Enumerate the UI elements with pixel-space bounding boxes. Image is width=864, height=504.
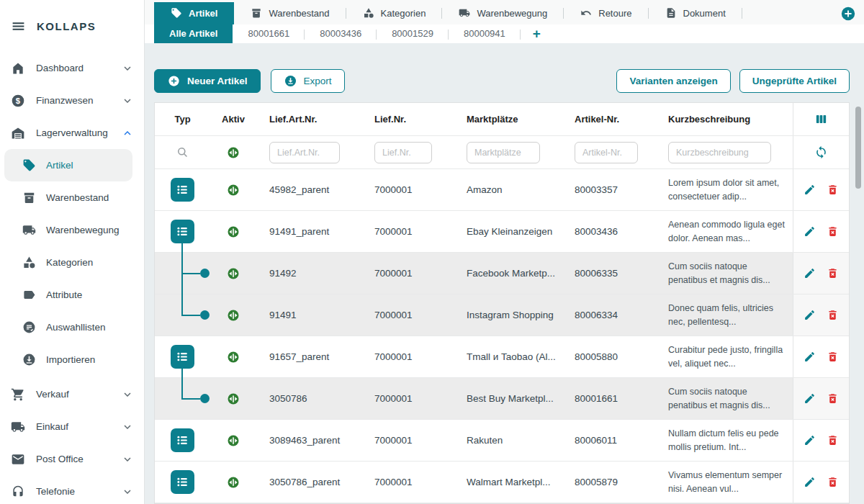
- artikel-nr-cell: 80003436: [562, 211, 660, 252]
- col-header-lief-nr[interactable]: Lief.Nr.: [361, 103, 454, 135]
- filter-artikel-nr-input[interactable]: [575, 142, 638, 163]
- sidebar-item-telefonie[interactable]: Telefonie: [0, 475, 144, 504]
- sidebar-item-attribute[interactable]: Attribute: [0, 279, 144, 311]
- delete-icon[interactable]: [827, 225, 839, 238]
- dollar-circle-icon: [11, 94, 25, 108]
- col-header-kurzbeschreibung[interactable]: Kurzbeschreibung: [660, 103, 793, 135]
- tab-retoure[interactable]: Retoure: [564, 2, 648, 24]
- filter-lief-art-nr-input[interactable]: [269, 142, 340, 163]
- sidebar-item-lagerverwaltung[interactable]: Lagerverwaltung: [0, 117, 144, 149]
- vertical-scrollbar[interactable]: [855, 107, 861, 189]
- shopping-cart-icon: [11, 387, 25, 402]
- edit-icon[interactable]: [804, 309, 816, 321]
- plus-circle-icon: [167, 74, 181, 88]
- sidebar-item-verkauf[interactable]: Verkauf: [0, 378, 144, 410]
- table-row[interactable]: 91657_parent 7000001 Tmall и Taobao (Al.…: [155, 336, 849, 378]
- unchecked-articles-button[interactable]: Ungeprüfte Artikel: [739, 69, 850, 93]
- edit-icon[interactable]: [804, 351, 816, 363]
- edit-icon[interactable]: [804, 184, 816, 196]
- sidebar-item-warenbewegung[interactable]: Warenbewegung: [0, 214, 144, 246]
- download-circle-icon: [284, 74, 297, 88]
- active-status-icon: [227, 184, 240, 197]
- lief-art-nr-cell: 3089463_parent: [256, 420, 361, 461]
- filter-kurzbeschreibung-input[interactable]: [668, 142, 771, 163]
- tab-article-80003436[interactable]: 80003436: [305, 24, 377, 43]
- tab-alle-artikel[interactable]: Alle Artikel: [154, 24, 233, 43]
- sidebar-item-auswahllisten[interactable]: Auswahllisten: [0, 311, 144, 343]
- sidebar-item-kategorien[interactable]: Kategorien: [0, 246, 144, 279]
- article-type-icon[interactable]: [171, 470, 194, 494]
- col-header-artikel-nr[interactable]: Artikel-Nr.: [562, 103, 660, 135]
- export-button[interactable]: Export: [271, 69, 345, 93]
- sidebar-item-artikel[interactable]: Artikel: [4, 149, 132, 181]
- table-row[interactable]: 3089463_parent 7000001 Rakuten 80006011 …: [155, 420, 849, 462]
- col-header-marktplaetze[interactable]: Marktplätze: [454, 103, 562, 135]
- tab-warenbestand[interactable]: Warenbestand: [234, 2, 346, 24]
- tab-warenbewegung[interactable]: Warenbewegung: [442, 2, 564, 24]
- delete-icon[interactable]: [827, 392, 839, 405]
- refresh-icon[interactable]: [814, 145, 828, 159]
- active-status-icon: [227, 434, 240, 447]
- filter-marktplaetze-input[interactable]: [467, 142, 540, 163]
- sidebar-item-finanzwesen[interactable]: Finanzwesen: [0, 84, 144, 117]
- tab-dokument[interactable]: Dokument: [649, 2, 742, 24]
- delete-icon[interactable]: [827, 476, 839, 488]
- table-row-child[interactable]: 3050786 7000001 Best Buy Marketpl... 800…: [155, 378, 849, 420]
- edit-icon[interactable]: [804, 434, 816, 446]
- artikel-nr-cell: 80006335: [562, 253, 660, 294]
- article-type-icon[interactable]: [171, 178, 194, 202]
- table-row-child[interactable]: 91491 7000001 Instagram Shopping 8000633…: [155, 294, 849, 336]
- table-row-child[interactable]: 91492 7000001 Facebook Marketp... 800063…: [155, 253, 849, 294]
- col-header-typ[interactable]: Typ: [155, 103, 210, 135]
- col-header-actions: [793, 103, 849, 135]
- edit-icon[interactable]: [804, 476, 816, 488]
- delete-icon[interactable]: [827, 351, 839, 363]
- add-module-button[interactable]: [840, 6, 856, 22]
- col-header-lief-art-nr[interactable]: Lief.Art.Nr.: [256, 103, 361, 135]
- table-row[interactable]: 45982_parent 7000001 Amazon 80003357 Lor…: [155, 169, 849, 211]
- delete-icon[interactable]: [827, 184, 839, 196]
- lief-art-nr-cell: 3050786_parent: [256, 462, 361, 503]
- tab-article-80001661[interactable]: 80001661: [233, 24, 305, 43]
- sidebar-item-post-office[interactable]: Post Office: [0, 443, 144, 475]
- tab-artikel[interactable]: Artikel: [154, 2, 234, 24]
- active-filter-toggle-icon[interactable]: [227, 146, 240, 159]
- edit-icon[interactable]: [804, 267, 816, 279]
- filter-lief-nr-input[interactable]: [374, 142, 432, 163]
- new-article-button[interactable]: Neuer Artikel: [154, 69, 261, 93]
- columns-settings-icon[interactable]: [814, 112, 828, 126]
- edit-icon[interactable]: [804, 225, 816, 238]
- artikel-nr-cell: 80005879: [562, 462, 660, 503]
- chevron-down-icon: [121, 453, 134, 466]
- lief-nr-cell: 7000001: [361, 211, 454, 252]
- article-type-icon[interactable]: [171, 428, 194, 452]
- sidebar-item-einkauf[interactable]: Einkauf: [0, 410, 144, 443]
- hamburger-menu-icon[interactable]: [11, 19, 26, 34]
- article-type-icon[interactable]: [171, 220, 194, 243]
- sidebar-item-warenbestand[interactable]: Warenbestand: [0, 181, 144, 214]
- import-circle-icon: [22, 353, 36, 366]
- edit-icon[interactable]: [804, 392, 816, 405]
- tag-icon: [171, 7, 182, 19]
- delete-icon[interactable]: [827, 267, 839, 279]
- table-row[interactable]: 3050786_parent 7000001 Walmart Marketpl.…: [155, 462, 849, 503]
- tab-kategorien[interactable]: Kategorien: [346, 2, 443, 24]
- add-article-tab-button[interactable]: +: [521, 24, 553, 43]
- sidebar-item-importieren[interactable]: Importieren: [0, 343, 144, 376]
- col-header-aktiv[interactable]: Aktiv: [210, 103, 256, 135]
- truck-icon: [459, 7, 470, 19]
- lief-nr-cell: 7000001: [361, 462, 454, 503]
- tab-article-80000941[interactable]: 80000941: [449, 24, 521, 43]
- tab-article-80001529[interactable]: 80001529: [377, 24, 449, 43]
- marktplatz-cell: Instagram Shopping: [454, 294, 562, 336]
- delete-icon[interactable]: [827, 309, 839, 321]
- tree-connector: [181, 294, 183, 315]
- search-icon[interactable]: [176, 145, 189, 159]
- article-type-icon[interactable]: [171, 345, 194, 369]
- truck-icon: [22, 223, 36, 237]
- lief-nr-cell: 7000001: [361, 169, 454, 210]
- show-variants-button[interactable]: Varianten anzeigen: [616, 69, 730, 93]
- delete-icon[interactable]: [827, 434, 839, 446]
- sidebar-item-dashboard[interactable]: Dashboard: [0, 52, 144, 84]
- table-row[interactable]: 91491_parent 7000001 Ebay Kleinanzeigen …: [155, 211, 849, 253]
